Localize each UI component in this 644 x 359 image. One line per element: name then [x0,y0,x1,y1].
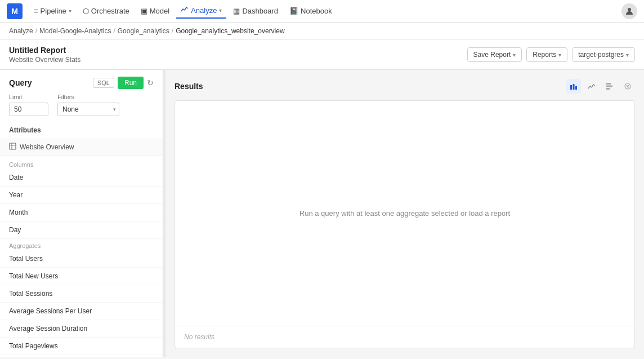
svg-rect-4 [570,85,572,90]
main-content: Query SQL Run ↻ Limit Filters None Custo… [0,70,644,357]
aggregates-label: Aggregates [0,239,163,250]
results-body: Run a query with at least one aggregate … [175,100,635,348]
list-item[interactable]: Average Pageviews Per Session [0,355,163,357]
attributes-section: Attributes Website Overview [0,122,163,158]
svg-rect-6 [575,86,577,90]
close-icon[interactable] [620,79,635,94]
nav-item-analyze[interactable]: Analyze ▾ [176,3,226,19]
reports-button[interactable]: Reports ▾ [526,47,567,62]
report-info: Untitled Report Website Overview Stats [9,46,80,64]
breadcrumb-analyze[interactable]: Analyze [9,27,33,35]
nav-item-notebook[interactable]: 📓 Notebook [285,5,337,17]
breadcrumb-current: Google_analytics_website_overview [176,27,284,35]
save-report-button[interactable]: Save Report ▾ [467,47,522,62]
chevron-down-icon: ▾ [558,52,561,58]
query-title: Query [9,78,32,87]
model-icon: ▣ [141,7,147,15]
nav-item-model[interactable]: ▣ Model [136,5,174,17]
dashboard-icon: ▦ [233,7,240,15]
analyze-icon [181,6,189,15]
breadcrumb-sep-3: / [172,27,173,35]
breadcrumb-google-analytics[interactable]: Google_analytics [118,27,169,35]
breadcrumb: Analyze / Model-Google-Analytics / Googl… [0,23,644,40]
query-panel: Query SQL Run ↻ Limit Filters None Custo… [0,70,163,357]
list-item[interactable]: Average Sessions Per User [0,303,163,320]
list-item[interactable]: Day [0,221,163,239]
report-title: Untitled Report [9,46,80,55]
table-icon [9,143,16,152]
filters-select[interactable]: None Custom [57,103,119,116]
filters-label: Filters [57,94,119,100]
list-item[interactable]: Total Pageviews [0,338,163,355]
svg-point-0 [628,8,631,11]
svg-rect-1 [10,143,16,149]
bar-chart-icon[interactable] [566,79,581,94]
nav-item-pipeline[interactable]: ≡ Pipeline ▾ [29,5,76,17]
svg-rect-9 [606,88,610,90]
list-item[interactable]: Year [0,187,163,204]
results-title: Results [175,82,203,91]
filters-control: Filters None Custom ▾ [57,94,119,116]
report-header: Untitled Report Website Overview Stats S… [0,40,644,70]
refresh-icon[interactable]: ↻ [147,78,154,87]
column-chart-icon[interactable] [602,79,617,94]
svg-rect-7 [606,83,611,85]
list-item[interactable]: Date [0,169,163,187]
query-actions: SQL Run ↻ [93,77,154,89]
list-item[interactable]: Average Session Duration [0,320,163,338]
user-avatar[interactable] [621,3,637,19]
results-empty-message: Run a query with at least one aggregate … [175,101,634,326]
chevron-down-icon: ▾ [513,52,516,58]
list-item[interactable]: Total Sessions [0,285,163,303]
pipeline-icon: ≡ [34,7,38,15]
columns-label: Columns [0,158,163,169]
run-button[interactable]: Run [118,77,144,89]
notebook-icon: 📓 [289,7,298,15]
list-item[interactable]: Total New Users [0,268,163,285]
list-item[interactable]: Month [0,204,163,221]
nav-item-orchestrate[interactable]: ⬡ Orchestrate [78,5,134,17]
attr-group-name: Website Overview [20,143,74,151]
query-header: Query SQL Run ↻ [0,70,163,94]
list-item[interactable]: Total Users [0,250,163,268]
attribute-group-header[interactable]: Website Overview [0,139,163,156]
results-header: Results [175,79,635,94]
limit-control: Limit [9,94,48,116]
attributes-title: Attributes [0,124,163,139]
breadcrumb-sep-1: / [35,27,37,35]
filters-select-wrapper: None Custom ▾ [57,103,119,116]
chevron-down-icon: ▾ [69,8,71,14]
orchestrate-icon: ⬡ [83,7,89,15]
target-selector[interactable]: target-postgres ▾ [572,47,635,62]
limit-label: Limit [9,94,48,100]
app-logo[interactable]: M [7,3,23,19]
limit-input[interactable] [9,103,48,116]
top-navigation: M ≡ Pipeline ▾ ⬡ Orchestrate ▣ Model Ana… [0,0,644,23]
results-chart-icons [566,79,635,94]
results-no-data: No results [175,326,634,348]
nav-item-dashboard[interactable]: ▦ Dashboard [229,5,283,17]
attributes-list: Columns Date Year Month Day Aggregates T… [0,158,163,357]
sql-button[interactable]: SQL [93,78,114,88]
results-panel: Results [166,70,644,357]
report-actions: Save Report ▾ Reports ▾ target-postgres … [467,47,635,62]
breadcrumb-model[interactable]: Model-Google-Analytics [39,27,111,35]
chevron-down-icon: ▾ [219,7,222,14]
svg-rect-5 [573,84,575,90]
breadcrumb-sep-2: / [113,27,115,35]
svg-rect-8 [606,86,612,87]
query-controls: Limit Filters None Custom ▾ [0,94,163,122]
chevron-down-icon: ▾ [626,52,629,58]
line-chart-icon[interactable] [584,79,599,94]
report-subtitle: Website Overview Stats [9,56,80,64]
